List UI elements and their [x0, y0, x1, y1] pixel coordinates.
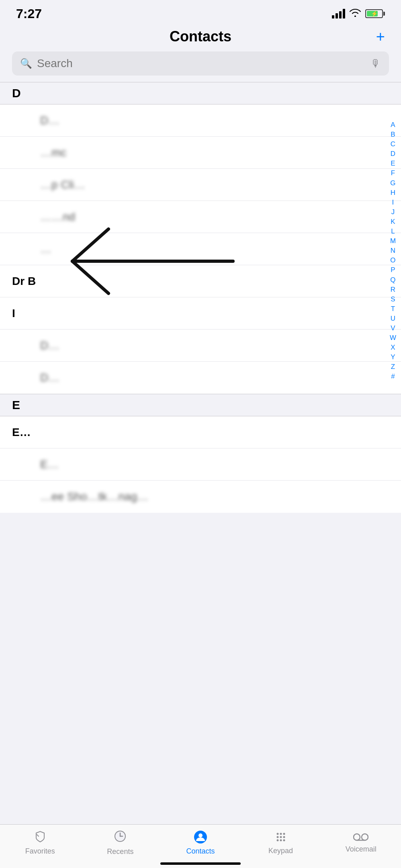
contact-initial: I: [12, 307, 40, 320]
tab-favorites-label: Favorites: [25, 847, 55, 856]
alpha-J[interactable]: J: [388, 208, 398, 217]
contacts-list-e: E… E… …ee Sho…tk…nag…: [0, 416, 401, 513]
tab-favorites[interactable]: Favorites: [16, 830, 64, 856]
home-indicator: [160, 862, 241, 865]
alpha-X[interactable]: X: [388, 343, 398, 352]
wifi-icon: [349, 8, 361, 19]
status-bar: 7:27 ⚡: [0, 0, 401, 24]
contact-name: ……nd: [40, 211, 75, 223]
page-title: Contacts: [170, 28, 231, 45]
tab-recents[interactable]: Recents: [96, 829, 144, 856]
svg-point-10: [280, 833, 282, 835]
contact-name: …mc: [40, 146, 66, 159]
alpha-hash[interactable]: #: [388, 372, 398, 381]
microphone-icon[interactable]: 🎙: [370, 57, 381, 70]
keypad-icon: [274, 831, 287, 845]
contact-item[interactable]: …: [0, 233, 401, 265]
voicemail-icon: [353, 832, 368, 843]
svg-point-18: [354, 834, 360, 840]
alpha-Z[interactable]: Z: [388, 362, 398, 371]
search-bar: 🔍 🎙: [12, 51, 389, 76]
alpha-W[interactable]: W: [388, 334, 398, 342]
alpha-A[interactable]: A: [388, 121, 398, 129]
alpha-Y[interactable]: Y: [388, 353, 398, 362]
tab-keypad-label: Keypad: [268, 847, 293, 855]
alpha-I[interactable]: I: [388, 198, 398, 207]
search-input[interactable]: [37, 57, 366, 70]
tab-contacts[interactable]: Contacts: [176, 830, 225, 856]
contact-item[interactable]: Dr B: [0, 265, 401, 297]
signal-icon: [332, 9, 345, 18]
alpha-U[interactable]: U: [388, 314, 398, 323]
alphabet-sidebar: A B C D E F G H I J K L M N O P Q R S T …: [388, 121, 398, 381]
contact-item[interactable]: …mc: [0, 137, 401, 169]
favorites-icon: [34, 830, 47, 845]
svg-point-16: [280, 839, 282, 841]
contact-item[interactable]: I: [0, 297, 401, 330]
contact-name: …: [40, 243, 51, 256]
section-header-d: D: [0, 82, 401, 104]
alpha-E[interactable]: E: [388, 159, 398, 168]
status-icons: ⚡: [332, 8, 385, 19]
tab-contacts-label: Contacts: [186, 847, 215, 856]
contact-initial: E…: [12, 426, 40, 439]
content-area: D D… …mc …p Cli… ……nd … Dr B: [0, 82, 401, 569]
alpha-H[interactable]: H: [388, 188, 398, 197]
svg-point-15: [276, 839, 278, 841]
contact-item[interactable]: …ee Sho…tk…nag…: [0, 481, 401, 513]
contact-item[interactable]: D…: [0, 362, 401, 394]
alpha-V[interactable]: V: [388, 324, 398, 333]
svg-point-17: [283, 839, 285, 841]
search-icon: 🔍: [20, 58, 32, 69]
alpha-R[interactable]: R: [388, 285, 398, 294]
contact-name: …ee Sho…tk…nag…: [40, 490, 148, 503]
contact-initial: Dr B: [12, 275, 40, 288]
alpha-T[interactable]: T: [388, 305, 398, 313]
contact-item[interactable]: …p Cli…: [0, 169, 401, 201]
alpha-N[interactable]: N: [388, 246, 398, 255]
contact-item[interactable]: E…: [0, 448, 401, 481]
section-letter-d: D: [12, 86, 21, 100]
svg-point-9: [276, 833, 278, 835]
svg-point-19: [362, 834, 368, 840]
alpha-Q[interactable]: Q: [388, 276, 398, 285]
alpha-L[interactable]: L: [388, 227, 398, 236]
contact-item[interactable]: ……nd: [0, 201, 401, 233]
alpha-S[interactable]: S: [388, 295, 398, 304]
header: Contacts +: [0, 24, 401, 51]
alpha-B[interactable]: B: [388, 130, 398, 139]
alpha-M[interactable]: M: [388, 237, 398, 246]
tab-voicemail-label: Voicemail: [346, 845, 376, 854]
svg-point-14: [283, 836, 285, 838]
contact-item[interactable]: E…: [0, 416, 401, 448]
contacts-icon: [194, 830, 207, 845]
recents-icon: [113, 829, 127, 846]
alpha-C[interactable]: C: [388, 140, 398, 149]
contacts-list-d: D… …mc …p Cli… ……nd … Dr B I: [0, 104, 401, 394]
section-letter-e: E: [12, 398, 20, 411]
add-contact-button[interactable]: +: [376, 29, 385, 44]
alpha-D[interactable]: D: [388, 149, 398, 158]
contact-name: D…: [40, 339, 59, 352]
svg-point-13: [280, 836, 282, 838]
status-time: 7:27: [16, 6, 42, 21]
contact-name: D…: [40, 114, 59, 127]
alpha-P[interactable]: P: [388, 266, 398, 274]
contact-item[interactable]: D…: [0, 330, 401, 362]
contact-name: …p Cli…: [40, 178, 85, 191]
battery-icon: ⚡: [365, 9, 385, 18]
tab-voicemail[interactable]: Voicemail: [337, 832, 385, 854]
alpha-K[interactable]: K: [388, 217, 398, 226]
tab-bar: Favorites Recents Contacts: [0, 824, 401, 868]
tab-keypad[interactable]: Keypad: [257, 831, 305, 855]
tab-recents-label: Recents: [107, 848, 133, 856]
search-container: 🔍 🎙: [0, 51, 401, 82]
contact-item[interactable]: D…: [0, 104, 401, 137]
svg-point-12: [276, 836, 278, 838]
svg-point-11: [283, 833, 285, 835]
alpha-G[interactable]: G: [388, 179, 398, 188]
svg-point-8: [198, 833, 203, 837]
alpha-O[interactable]: O: [388, 256, 398, 265]
alpha-F[interactable]: F: [388, 169, 398, 178]
section-header-e: E: [0, 394, 401, 416]
